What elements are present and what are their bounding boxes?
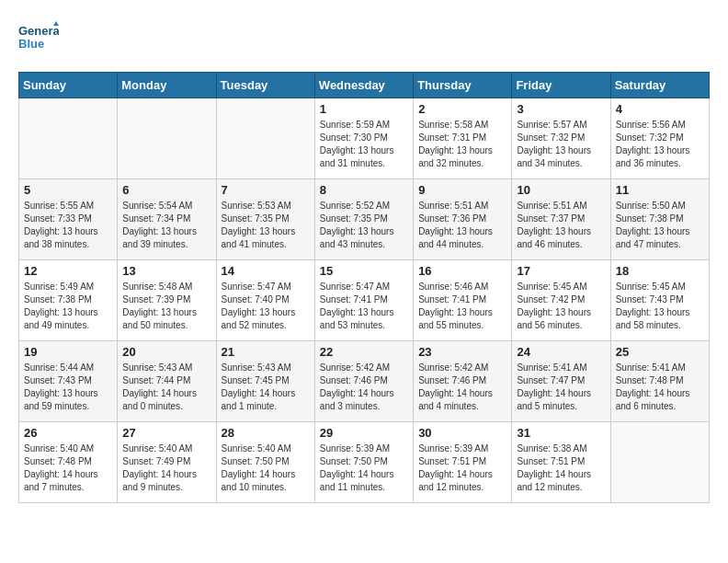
day-number: 2 bbox=[418, 102, 506, 116]
day-number: 16 bbox=[418, 264, 506, 278]
calendar-cell: 1Sunrise: 5:59 AMSunset: 7:30 PMDaylight… bbox=[314, 98, 413, 179]
day-number: 10 bbox=[517, 183, 605, 197]
weekday-header-thursday: Thursday bbox=[414, 73, 512, 98]
day-info: Sunrise: 5:49 AMSunset: 7:38 PMDaylight:… bbox=[24, 281, 112, 332]
day-info: Sunrise: 5:41 AMSunset: 7:47 PMDaylight:… bbox=[517, 362, 605, 413]
day-number: 27 bbox=[122, 426, 210, 440]
day-number: 24 bbox=[517, 345, 605, 359]
calendar-cell: 27Sunrise: 5:40 AMSunset: 7:49 PMDayligh… bbox=[118, 422, 216, 503]
day-number: 30 bbox=[418, 426, 506, 440]
day-number: 12 bbox=[24, 264, 112, 278]
day-number: 22 bbox=[320, 345, 408, 359]
day-info: Sunrise: 5:42 AMSunset: 7:46 PMDaylight:… bbox=[418, 362, 506, 413]
day-number: 1 bbox=[320, 102, 408, 116]
calendar-cell: 21Sunrise: 5:43 AMSunset: 7:45 PMDayligh… bbox=[216, 341, 314, 422]
calendar-cell: 8Sunrise: 5:52 AMSunset: 7:35 PMDaylight… bbox=[314, 179, 413, 260]
day-number: 4 bbox=[616, 102, 704, 116]
day-info: Sunrise: 5:40 AMSunset: 7:48 PMDaylight:… bbox=[24, 442, 112, 494]
calendar-cell: 4Sunrise: 5:56 AMSunset: 7:32 PMDaylight… bbox=[610, 98, 709, 179]
calendar-cell: 15Sunrise: 5:47 AMSunset: 7:41 PMDayligh… bbox=[314, 260, 413, 341]
day-number: 21 bbox=[222, 345, 310, 359]
day-number: 14 bbox=[222, 264, 310, 278]
day-number: 9 bbox=[418, 183, 506, 197]
weekday-header-sunday: Sunday bbox=[19, 73, 118, 98]
day-info: Sunrise: 5:42 AMSunset: 7:46 PMDaylight:… bbox=[320, 362, 408, 413]
day-number: 25 bbox=[616, 345, 704, 359]
calendar-cell: 10Sunrise: 5:51 AMSunset: 7:37 PMDayligh… bbox=[512, 179, 610, 260]
day-info: Sunrise: 5:50 AMSunset: 7:38 PMDaylight:… bbox=[616, 200, 704, 251]
logo: General Blue bbox=[18, 18, 64, 63]
weekday-header-saturday: Saturday bbox=[610, 73, 709, 98]
svg-text:General: General bbox=[18, 24, 59, 38]
day-info: Sunrise: 5:44 AMSunset: 7:43 PMDaylight:… bbox=[24, 362, 112, 413]
day-info: Sunrise: 5:40 AMSunset: 7:49 PMDaylight:… bbox=[122, 442, 210, 494]
calendar-cell: 16Sunrise: 5:46 AMSunset: 7:41 PMDayligh… bbox=[414, 260, 512, 341]
day-info: Sunrise: 5:46 AMSunset: 7:41 PMDaylight:… bbox=[418, 281, 506, 332]
day-number: 3 bbox=[517, 102, 605, 116]
day-info: Sunrise: 5:45 AMSunset: 7:42 PMDaylight:… bbox=[517, 281, 605, 332]
calendar-cell: 22Sunrise: 5:42 AMSunset: 7:46 PMDayligh… bbox=[314, 341, 413, 422]
day-number: 15 bbox=[320, 264, 408, 278]
calendar-cell: 23Sunrise: 5:42 AMSunset: 7:46 PMDayligh… bbox=[414, 341, 512, 422]
calendar-cell: 28Sunrise: 5:40 AMSunset: 7:50 PMDayligh… bbox=[216, 422, 314, 503]
calendar-cell: 25Sunrise: 5:41 AMSunset: 7:48 PMDayligh… bbox=[610, 341, 709, 422]
calendar-cell: 2Sunrise: 5:58 AMSunset: 7:31 PMDaylight… bbox=[414, 98, 512, 179]
day-number: 13 bbox=[122, 264, 210, 278]
calendar-cell bbox=[216, 98, 314, 179]
day-info: Sunrise: 5:52 AMSunset: 7:35 PMDaylight:… bbox=[320, 200, 408, 251]
calendar-cell: 7Sunrise: 5:53 AMSunset: 7:35 PMDaylight… bbox=[216, 179, 314, 260]
calendar-cell: 11Sunrise: 5:50 AMSunset: 7:38 PMDayligh… bbox=[610, 179, 709, 260]
calendar-cell: 12Sunrise: 5:49 AMSunset: 7:38 PMDayligh… bbox=[19, 260, 118, 341]
day-info: Sunrise: 5:57 AMSunset: 7:32 PMDaylight:… bbox=[517, 119, 605, 170]
day-info: Sunrise: 5:39 AMSunset: 7:51 PMDaylight:… bbox=[418, 442, 506, 494]
calendar-week-row: 26Sunrise: 5:40 AMSunset: 7:48 PMDayligh… bbox=[19, 422, 710, 503]
day-info: Sunrise: 5:54 AMSunset: 7:34 PMDaylight:… bbox=[122, 200, 210, 251]
logo-graphic: General Blue bbox=[18, 18, 59, 63]
weekday-header-tuesday: Tuesday bbox=[216, 73, 314, 98]
day-number: 17 bbox=[517, 264, 605, 278]
calendar-cell: 31Sunrise: 5:38 AMSunset: 7:51 PMDayligh… bbox=[512, 422, 610, 503]
day-number: 18 bbox=[616, 264, 704, 278]
day-number: 5 bbox=[24, 183, 112, 197]
day-number: 29 bbox=[320, 426, 408, 440]
day-info: Sunrise: 5:56 AMSunset: 7:32 PMDaylight:… bbox=[616, 119, 704, 170]
day-number: 8 bbox=[320, 183, 408, 197]
day-number: 20 bbox=[122, 345, 210, 359]
calendar-week-row: 5Sunrise: 5:55 AMSunset: 7:33 PMDaylight… bbox=[19, 179, 710, 260]
calendar-cell: 9Sunrise: 5:51 AMSunset: 7:36 PMDaylight… bbox=[414, 179, 512, 260]
calendar-cell bbox=[610, 422, 709, 503]
day-number: 6 bbox=[122, 183, 210, 197]
weekday-header-monday: Monday bbox=[118, 73, 216, 98]
calendar-cell: 30Sunrise: 5:39 AMSunset: 7:51 PMDayligh… bbox=[414, 422, 512, 503]
day-info: Sunrise: 5:47 AMSunset: 7:40 PMDaylight:… bbox=[222, 281, 310, 332]
day-number: 26 bbox=[24, 426, 112, 440]
day-info: Sunrise: 5:38 AMSunset: 7:51 PMDaylight:… bbox=[517, 442, 605, 494]
calendar-week-row: 12Sunrise: 5:49 AMSunset: 7:38 PMDayligh… bbox=[19, 260, 710, 341]
day-info: Sunrise: 5:55 AMSunset: 7:33 PMDaylight:… bbox=[24, 200, 112, 251]
day-info: Sunrise: 5:40 AMSunset: 7:50 PMDaylight:… bbox=[222, 442, 310, 494]
calendar-cell: 3Sunrise: 5:57 AMSunset: 7:32 PMDaylight… bbox=[512, 98, 610, 179]
day-info: Sunrise: 5:43 AMSunset: 7:44 PMDaylight:… bbox=[122, 362, 210, 413]
day-info: Sunrise: 5:51 AMSunset: 7:37 PMDaylight:… bbox=[517, 200, 605, 251]
calendar-cell: 19Sunrise: 5:44 AMSunset: 7:43 PMDayligh… bbox=[19, 341, 118, 422]
calendar-table: SundayMondayTuesdayWednesdayThursdayFrid… bbox=[18, 72, 710, 503]
calendar-cell: 26Sunrise: 5:40 AMSunset: 7:48 PMDayligh… bbox=[19, 422, 118, 503]
calendar-cell: 24Sunrise: 5:41 AMSunset: 7:47 PMDayligh… bbox=[512, 341, 610, 422]
weekday-header-friday: Friday bbox=[512, 73, 610, 98]
day-number: 31 bbox=[517, 426, 605, 440]
calendar-cell: 6Sunrise: 5:54 AMSunset: 7:34 PMDaylight… bbox=[118, 179, 216, 260]
day-info: Sunrise: 5:41 AMSunset: 7:48 PMDaylight:… bbox=[616, 362, 704, 413]
calendar-cell: 29Sunrise: 5:39 AMSunset: 7:50 PMDayligh… bbox=[314, 422, 413, 503]
day-info: Sunrise: 5:47 AMSunset: 7:41 PMDaylight:… bbox=[320, 281, 408, 332]
calendar-cell bbox=[19, 98, 118, 179]
calendar-cell: 13Sunrise: 5:48 AMSunset: 7:39 PMDayligh… bbox=[118, 260, 216, 341]
weekday-header-row: SundayMondayTuesdayWednesdayThursdayFrid… bbox=[19, 73, 710, 98]
calendar-week-row: 1Sunrise: 5:59 AMSunset: 7:30 PMDaylight… bbox=[19, 98, 710, 179]
day-info: Sunrise: 5:59 AMSunset: 7:30 PMDaylight:… bbox=[320, 119, 408, 170]
svg-text:Blue: Blue bbox=[18, 37, 44, 51]
day-number: 19 bbox=[24, 345, 112, 359]
day-info: Sunrise: 5:45 AMSunset: 7:43 PMDaylight:… bbox=[616, 281, 704, 332]
calendar-week-row: 19Sunrise: 5:44 AMSunset: 7:43 PMDayligh… bbox=[19, 341, 710, 422]
day-info: Sunrise: 5:48 AMSunset: 7:39 PMDaylight:… bbox=[122, 281, 210, 332]
page-header: General Blue bbox=[18, 18, 710, 63]
